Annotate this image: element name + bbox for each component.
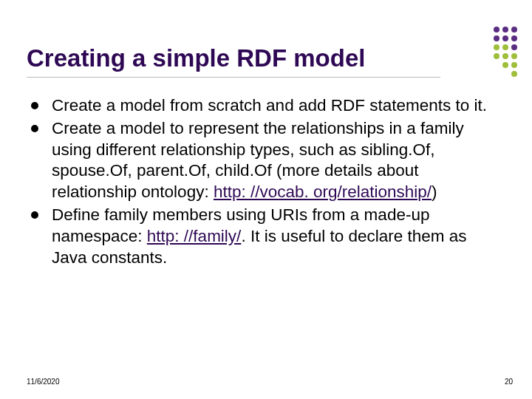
- footer-page-number: 20: [505, 378, 513, 386]
- bullet-text-after: ): [432, 183, 437, 201]
- bullet-link[interactable]: http: //vocab. org/relationship/: [214, 183, 432, 201]
- deco-dot: [502, 62, 508, 68]
- deco-dot: [494, 35, 499, 41]
- deco-dot: [476, 27, 482, 33]
- deco-dot: [494, 44, 499, 50]
- deco-dot: [467, 35, 473, 41]
- deco-dot: [476, 35, 482, 41]
- deco-dot: [502, 44, 508, 50]
- footer-date: 11/6/2020: [27, 378, 60, 386]
- slide-body: Create a model from scratch and add RDF …: [27, 95, 505, 268]
- deco-dot: [485, 27, 491, 33]
- bullet-list: Create a model from scratch and add RDF …: [27, 95, 505, 268]
- slide-title: Creating a simple RDF model: [27, 44, 440, 78]
- deco-dot: [476, 71, 482, 77]
- deco-dot: [511, 44, 517, 50]
- deco-dot: [467, 44, 473, 50]
- bullet-text: Create a model from scratch and add RDF …: [52, 96, 487, 115]
- deco-dot: [511, 53, 517, 59]
- deco-dot: [476, 62, 482, 68]
- deco-dot: [467, 71, 473, 77]
- deco-dot: [485, 35, 491, 41]
- slide: Creating a simple RDF model Create a mod…: [0, 0, 532, 399]
- deco-dot: [476, 44, 482, 50]
- deco-dot: [467, 62, 473, 68]
- decorative-dot-grid: [467, 27, 517, 77]
- deco-dot: [511, 62, 517, 68]
- deco-dot: [511, 27, 517, 33]
- deco-dot: [476, 53, 482, 59]
- deco-dot: [485, 62, 491, 68]
- deco-dot: [502, 35, 508, 41]
- bullet-link[interactable]: http: //family/: [147, 227, 242, 245]
- deco-dot: [494, 27, 499, 33]
- bullet-item: Create a model from scratch and add RDF …: [27, 95, 505, 117]
- deco-dot: [494, 71, 499, 77]
- deco-dot: [494, 53, 499, 59]
- bullet-item: Define family members using URIs from a …: [27, 205, 505, 268]
- deco-dot: [511, 35, 517, 41]
- deco-dot: [485, 71, 491, 77]
- deco-dot: [502, 71, 508, 77]
- bullet-item: Create a model to represent the relation…: [27, 118, 505, 203]
- deco-dot: [494, 62, 499, 68]
- deco-dot: [502, 27, 508, 33]
- deco-dot: [485, 53, 491, 59]
- deco-dot: [485, 44, 491, 50]
- deco-dot: [511, 71, 517, 77]
- deco-dot: [467, 27, 473, 33]
- deco-dot: [467, 53, 473, 59]
- deco-dot: [502, 53, 508, 59]
